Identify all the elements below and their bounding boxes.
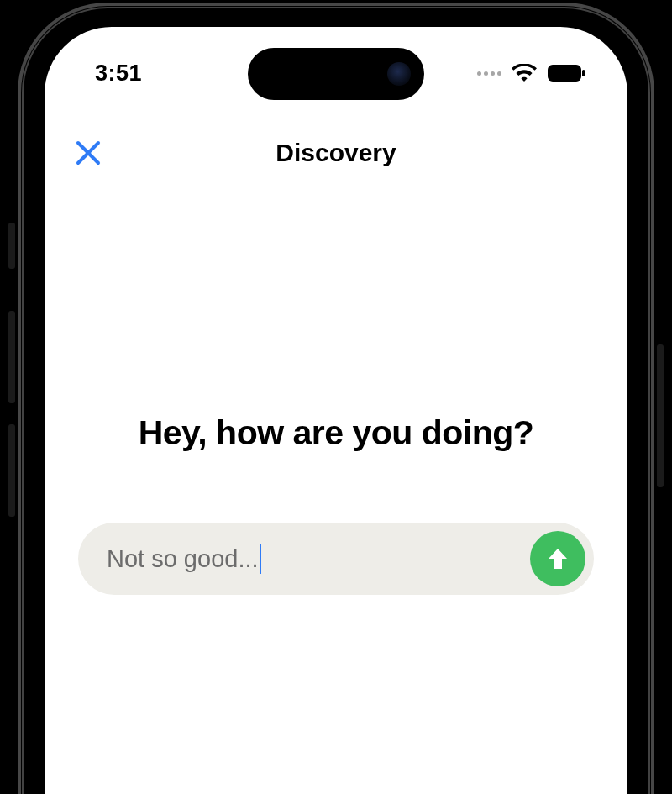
text-caret <box>260 544 262 574</box>
device-mute-switch <box>8 223 15 269</box>
close-icon <box>76 140 101 166</box>
svg-rect-0 <box>548 65 581 82</box>
prompt-text: Hey, how are you doing? <box>45 413 627 453</box>
battery-icon <box>547 64 585 82</box>
message-input-value: Not so good... <box>107 545 259 573</box>
send-button[interactable] <box>530 531 585 586</box>
nav-bar: Discovery <box>45 128 627 178</box>
message-input[interactable]: Not so good... <box>107 544 530 574</box>
screen: 3:51 <box>45 27 627 794</box>
front-camera-icon <box>387 62 411 86</box>
status-time: 3:51 <box>95 60 142 87</box>
cellular-dots-icon <box>477 71 501 76</box>
message-input-container: Not so good... <box>78 523 594 595</box>
device-frame: 3:51 <box>15 0 657 794</box>
close-button[interactable] <box>71 136 105 170</box>
device-volume-up <box>8 311 15 403</box>
arrow-up-icon <box>543 544 572 573</box>
device-volume-down <box>8 424 15 517</box>
wifi-icon <box>512 64 537 82</box>
device-power-button <box>657 344 664 487</box>
nav-title: Discovery <box>276 139 396 167</box>
dynamic-island <box>248 48 424 100</box>
svg-rect-1 <box>582 70 585 76</box>
